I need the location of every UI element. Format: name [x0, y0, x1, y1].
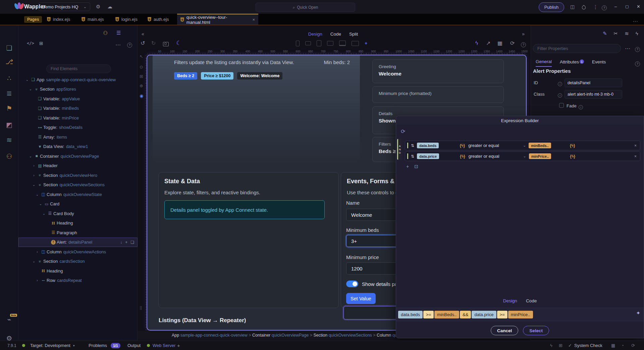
undo-icon[interactable]: ↺ — [141, 41, 145, 46]
and-connector[interactable]: AND — [397, 139, 401, 160]
properties-help-icon[interactable]: ? — [635, 46, 640, 52]
select-button[interactable]: Select — [523, 326, 549, 335]
field-input-class[interactable]: alert alert-info mt-3 mb-0 — [565, 90, 622, 99]
sync-status-icon[interactable]: ⟳ — [631, 341, 635, 350]
target-tool-icon[interactable]: ⊙ — [140, 65, 143, 69]
tree-chevron-icon[interactable]: ⌄ — [28, 87, 33, 91]
tab-active[interactable]: 5 quick-overview--tour-manual.html × — [177, 14, 258, 25]
device-fluid-icon[interactable]: ⌖ — [365, 40, 367, 46]
tree-chevron-icon[interactable]: ⌄ — [24, 78, 30, 82]
panel-help-icon[interactable]: ? — [127, 41, 132, 48]
qr-preview-icon[interactable]: ▦ — [497, 41, 502, 46]
webserver-button[interactable]: Web Server — [153, 341, 175, 350]
device-tablet-icon[interactable] — [317, 40, 321, 46]
design-help-icon[interactable]: ? — [521, 41, 526, 47]
find-elements-input[interactable]: Find Elements — [46, 64, 111, 73]
device-laptop-icon[interactable] — [339, 41, 346, 46]
condition-left-token[interactable]: data.beds — [417, 143, 439, 148]
routes-icon[interactable]: ⚑ — [0, 105, 18, 112]
show-details-toggle[interactable] — [346, 281, 358, 287]
theme-drop-icon[interactable] — [582, 5, 586, 11]
tree-item-items[interactable]: ☰Array:items — [18, 132, 138, 142]
tree-chevron-icon[interactable]: ⌄ — [38, 202, 43, 206]
publish-button[interactable]: Publish — [539, 2, 564, 12]
ai-assistant-icon[interactable]: ⚇ — [103, 30, 108, 36]
breadcrumb-segment[interactable]: Container — [252, 333, 272, 338]
layers-icon[interactable]: ≋ — [0, 137, 18, 143]
remove-condition-icon[interactable]: × — [634, 154, 637, 159]
collapse-panel-icon[interactable]: « — [142, 31, 144, 37]
app-connect-icon[interactable]: ϟ — [475, 41, 478, 46]
nodes-icon[interactable]: ∴ — [0, 75, 18, 82]
target-selector[interactable]: Target: Development▾ — [30, 341, 74, 350]
robot-icon[interactable]: ⚇ — [0, 153, 18, 160]
dialog-tab-design[interactable]: Design — [503, 298, 517, 303]
tree-chevron-icon[interactable]: › — [35, 250, 40, 254]
design-icon[interactable]: ◩ — [0, 121, 18, 128]
breadcrumb-segment[interactable]: Section — [313, 333, 328, 338]
add-condition-icon[interactable]: + — [406, 164, 409, 169]
magic-wand-icon[interactable]: ✦ — [636, 310, 640, 316]
tree-item-showdetails[interactable]: ⊶Toggle:showDetails — [18, 123, 138, 133]
condition-left-token[interactable]: data.price — [417, 153, 439, 159]
refresh-icon[interactable]: ⟳ — [510, 41, 515, 46]
extensions-icon[interactable]: ⌁Beta — [0, 316, 18, 323]
tree-item-quickoverviewhero[interactable]: ›»SectionquickOverviewHero — [18, 170, 138, 180]
expression-token[interactable]: data.price — [472, 311, 496, 318]
workbench-icon[interactable]: ⊞ — [39, 41, 43, 46]
dialog-refresh-icon[interactable]: ⟳ — [401, 128, 405, 135]
properties-tab-general[interactable]: General — [536, 59, 552, 67]
eye-tool-icon[interactable]: ◉ — [140, 94, 143, 98]
styles-icon[interactable]: ≋ — [625, 31, 629, 37]
pages-badge[interactable]: Pages — [24, 16, 42, 23]
output-button[interactable]: Output — [127, 341, 141, 350]
tree-item-card-body[interactable]: ⌄☰Card Body — [18, 209, 138, 218]
expression-token[interactable]: data.beds — [398, 311, 423, 318]
tree-chevron-icon[interactable]: ⌄ — [31, 183, 37, 187]
tree-item-sample-app-connect-quick-overview[interactable]: ⌄❑Appsample-app-connect-quick-overview — [18, 75, 138, 85]
help-icon[interactable]: ? — [602, 4, 607, 10]
panel-more-icon[interactable]: ⋯ — [115, 42, 121, 48]
expression-token[interactable]: minPrice.. — [508, 311, 533, 318]
redo-icon[interactable]: ↻ — [151, 41, 156, 46]
problems-button[interactable]: Problems — [89, 341, 107, 350]
notifications-icon[interactable]: ◔ — [621, 341, 624, 350]
grid-status-icon[interactable]: ⊞ — [559, 341, 562, 350]
tab-overflow-icon[interactable]: ⋯ — [633, 18, 638, 24]
tree-item-paragraph[interactable]: ☰Paragraph — [18, 228, 138, 238]
tree-item-quickoverviewsections[interactable]: ⌄»SectionquickOverviewSections — [18, 180, 138, 190]
remove-condition-icon[interactable]: × — [634, 143, 637, 148]
operator-select[interactable]: greater or equal⌄ — [468, 143, 526, 148]
tree-item-quickoverviewstate[interactable]: ⌄◫ColumnquickOverviewState — [18, 190, 138, 199]
tree-item-minprice[interactable]: ❑Variable:minPrice — [18, 113, 138, 123]
sort-icon[interactable]: ⇅ — [411, 143, 414, 148]
tree-item-cardsrepeat[interactable]: ›•••RowcardsRepeat — [18, 276, 138, 286]
tree-item-appstores[interactable]: ⌄»SectionappStores — [18, 85, 138, 94]
pages-icon[interactable]: ❏ — [0, 45, 18, 51]
device-tablet-landscape-icon[interactable] — [327, 41, 333, 46]
binding-picker-icon[interactable]: {ϟ} — [460, 143, 465, 148]
tabs-help-icon[interactable]: ? — [635, 60, 640, 66]
tree-item-detailspanel[interactable]: !Alert:detailsPanel↓+❏ — [18, 238, 138, 247]
expression-token[interactable]: >= — [497, 311, 507, 318]
system-check-button[interactable]: System Check — [574, 341, 602, 350]
condition-right-token[interactable]: minBeds.. — [529, 143, 551, 148]
restore-button[interactable]: ▢ — [625, 4, 629, 9]
close-tab-icon[interactable]: × — [252, 17, 255, 22]
minimize-button[interactable]: – — [614, 4, 617, 9]
git-icon[interactable]: ⎇ — [0, 58, 18, 65]
screenshot-icon[interactable] — [163, 42, 169, 48]
expression-token[interactable]: && — [460, 311, 471, 318]
edit-code-icon[interactable]: ✎ — [603, 31, 607, 37]
pin-tool-icon[interactable]: ⊕ — [140, 84, 143, 88]
add-panel-icon[interactable]: + — [177, 341, 180, 350]
tree-item-heading[interactable]: HHeading — [18, 266, 138, 276]
pointer-tool-icon[interactable]: ↖ — [140, 54, 143, 59]
device-phone-icon[interactable] — [296, 41, 300, 46]
properties-tab-attributes[interactable]: Attributes1 — [560, 59, 584, 66]
view-mode-code[interactable]: Code — [330, 32, 341, 37]
tree-item-quickoverviewpage[interactable]: ⌄■ContainerquickOverviewPage — [18, 151, 138, 161]
tree-chevron-icon[interactable]: ⌄ — [31, 259, 37, 263]
tree-item-heading[interactable]: HHeading — [18, 218, 138, 228]
tab-main.ejs[interactable]: 5main.ejs — [82, 14, 104, 25]
